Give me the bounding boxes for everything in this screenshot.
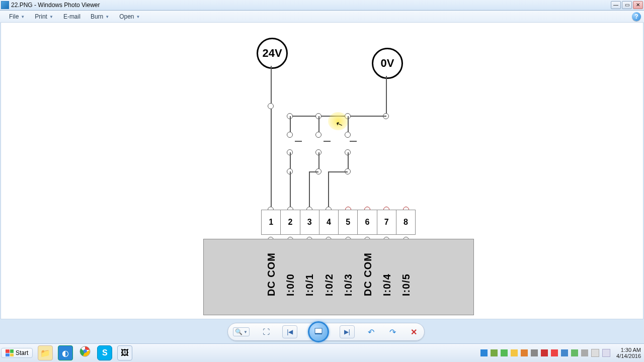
delete-button[interactable]: ✕ — [409, 327, 419, 337]
label-24v: 24V — [257, 38, 288, 69]
terminal-6: 6 — [358, 210, 377, 235]
tray-time: 1:30 AM — [616, 347, 641, 353]
tray-icon-8[interactable] — [551, 349, 558, 356]
tray-icon-10[interactable] — [571, 349, 578, 356]
taskbar-chrome[interactable] — [78, 345, 92, 359]
tray-date: 4/14/2016 — [616, 353, 641, 359]
tray-volume-icon[interactable] — [591, 349, 599, 357]
tray-icon-7[interactable] — [541, 349, 548, 356]
system-tray: 1:30 AM 4/14/2016 — [480, 347, 644, 359]
svg-rect-1 — [315, 333, 322, 334]
terminal-5: 5 — [339, 210, 358, 235]
close-button[interactable]: ✕ — [633, 1, 643, 9]
chevron-down-icon: ▼ — [244, 330, 248, 334]
taskbar-photo-viewer[interactable]: 🖼 — [117, 345, 132, 360]
terminal-8: 8 — [396, 210, 416, 235]
rotate-cw-button[interactable]: ↷ — [387, 327, 397, 337]
title-bar: 22.PNG - Windows Photo Viewer — ▭ ✕ — [0, 0, 644, 11]
terminal-3: 3 — [300, 210, 319, 235]
svg-rect-0 — [315, 328, 322, 333]
skype-icon: S — [102, 348, 108, 357]
tray-network-icon[interactable] — [602, 349, 610, 357]
skip-prev-icon: |◀ — [287, 328, 293, 335]
taskbar-app-blue[interactable]: ◐ — [58, 345, 73, 360]
terminal-7: 7 — [377, 210, 396, 235]
app-icon — [1, 1, 9, 9]
skip-next-icon: ▶| — [344, 328, 350, 335]
plc-labels: DC COM I:0/0 I:0/1 I:0/2 I:0/3 DC COM I:… — [262, 252, 416, 296]
start-label: Start — [16, 349, 28, 356]
taskbar: Start 📁 ◐ S 🖼 — [0, 343, 644, 362]
chrome-icon — [79, 346, 91, 359]
tray-icon-3[interactable] — [501, 349, 508, 356]
menu-file[interactable]: File▼ — [4, 13, 30, 20]
folder-icon: 📁 — [40, 348, 50, 358]
terminal-2: 2 — [281, 210, 300, 235]
previous-button[interactable]: |◀ — [282, 325, 297, 338]
taskbar-skype[interactable]: S — [97, 345, 112, 360]
menu-burn[interactable]: Burn▼ — [86, 13, 114, 20]
viewer-toolbar: 🔍 ▼ ⛶ |◀ ▶| ↶ ↷ ✕ — [227, 323, 425, 341]
menu-print[interactable]: Print▼ — [30, 13, 58, 20]
zoom-button[interactable]: 🔍 ▼ — [233, 327, 250, 336]
fit-icon: ⛶ — [263, 328, 270, 336]
tray-icon-11[interactable] — [581, 349, 588, 356]
rotate-ccw-icon: ↶ — [368, 327, 374, 337]
taskbar-explorer[interactable]: 📁 — [38, 345, 53, 360]
help-icon[interactable]: ? — [632, 12, 641, 21]
rotate-cw-icon: ↷ — [389, 327, 396, 337]
menu-email[interactable]: E-mail — [58, 13, 86, 20]
windows-logo-icon — [6, 349, 14, 356]
tray-icon-2[interactable] — [491, 349, 498, 356]
next-button[interactable]: ▶| — [340, 325, 355, 338]
terminal-1: 1 — [261, 210, 281, 235]
start-button[interactable]: Start — [1, 348, 33, 358]
tray-clock[interactable]: 1:30 AM 4/14/2016 — [616, 347, 641, 359]
window-title: 22.PNG - Windows Photo Viewer — [11, 2, 610, 9]
plc-card: DC COM I:0/0 I:0/1 I:0/2 I:0/3 DC COM I:… — [203, 239, 474, 315]
terminal-4: 4 — [319, 210, 339, 235]
slideshow-button[interactable] — [308, 321, 329, 342]
slideshow-icon — [314, 328, 323, 336]
minimize-button[interactable]: — — [611, 1, 621, 9]
delete-icon: ✕ — [411, 327, 417, 337]
tray-icon-5[interactable] — [521, 349, 528, 356]
menu-bar: File▼ Print▼ E-mail Burn▼ Open▼ ? — [0, 11, 644, 23]
fit-button[interactable]: ⛶ — [261, 327, 271, 337]
tray-icon-1[interactable] — [480, 349, 488, 356]
tray-icon-6[interactable] — [531, 349, 538, 356]
wiring-diagram: 24V 0V ↖ — [202, 38, 474, 317]
tray-icon-4[interactable] — [511, 349, 518, 356]
label-0v: 0V — [372, 48, 403, 79]
app-icon: ◐ — [62, 348, 69, 358]
rotate-ccw-button[interactable]: ↶ — [366, 327, 376, 337]
image-icon: 🖼 — [121, 348, 129, 357]
magnifier-icon: 🔍 — [235, 328, 243, 335]
menu-open[interactable]: Open▼ — [114, 13, 145, 20]
photo-viewport[interactable]: 24V 0V ↖ — [1, 22, 643, 319]
tray-icon-9[interactable] — [561, 349, 568, 356]
terminal-block: 1 2 3 4 5 6 7 8 — [261, 210, 416, 235]
maximize-button[interactable]: ▭ — [622, 1, 632, 9]
